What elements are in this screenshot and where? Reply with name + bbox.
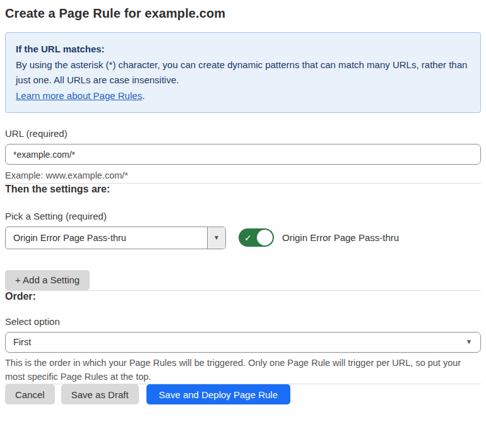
add-setting-button[interactable]: + Add a Setting: [5, 270, 90, 290]
setting-picker-value: Origin Error Page Pass-thru: [6, 227, 207, 249]
learn-more-link[interactable]: Learn more about Page Rules: [16, 90, 142, 101]
order-select-label: Select option: [5, 316, 481, 327]
order-helper-text: This is the order in which your Page Rul…: [5, 357, 481, 384]
info-box-heading: If the URL matches:: [16, 42, 470, 56]
info-box-body: By using the asterisk (*) character, you…: [16, 57, 470, 87]
create-page-rule-form: Create a Page Rule for example.com If th…: [0, 0, 486, 404]
order-section-heading: Order:: [5, 291, 481, 302]
url-input[interactable]: [5, 144, 481, 165]
caret-down-icon: ▼: [466, 339, 472, 345]
page-title: Create a Page Rule for example.com: [5, 6, 481, 21]
setting-picker-dropdown-button[interactable]: ▼: [207, 227, 225, 249]
url-field-label: URL (required): [5, 128, 481, 139]
setting-picker[interactable]: Origin Error Page Pass-thru ▼: [5, 227, 226, 249]
caret-down-icon: ▼: [213, 235, 220, 241]
save-and-deploy-button[interactable]: Save and Deploy Page Rule: [146, 384, 290, 404]
check-icon: ✓: [244, 233, 252, 242]
toggle-label: Origin Error Page Pass-thru: [282, 232, 399, 243]
setting-picker-label: Pick a Setting (required): [5, 211, 481, 221]
origin-error-toggle[interactable]: ✓: [239, 228, 274, 247]
url-match-info-box: If the URL matches: By using the asteris…: [5, 32, 481, 113]
toggle-knob: [257, 230, 273, 245]
setting-row: Origin Error Page Pass-thru ▼ ✓ Origin E…: [5, 227, 481, 249]
cancel-button[interactable]: Cancel: [5, 384, 55, 404]
url-example-helper: Example: www.example.com/*: [5, 169, 481, 183]
order-select-value: First: [13, 337, 31, 347]
footer-actions: Cancel Save as Draft Save and Deploy Pag…: [5, 384, 481, 404]
link-suffix: .: [142, 90, 145, 101]
save-as-draft-button[interactable]: Save as Draft: [61, 384, 139, 404]
info-box-link-line: Learn more about Page Rules.: [16, 88, 470, 103]
settings-section-heading: Then the settings are:: [5, 184, 481, 195]
order-select[interactable]: First ▼: [5, 332, 481, 353]
